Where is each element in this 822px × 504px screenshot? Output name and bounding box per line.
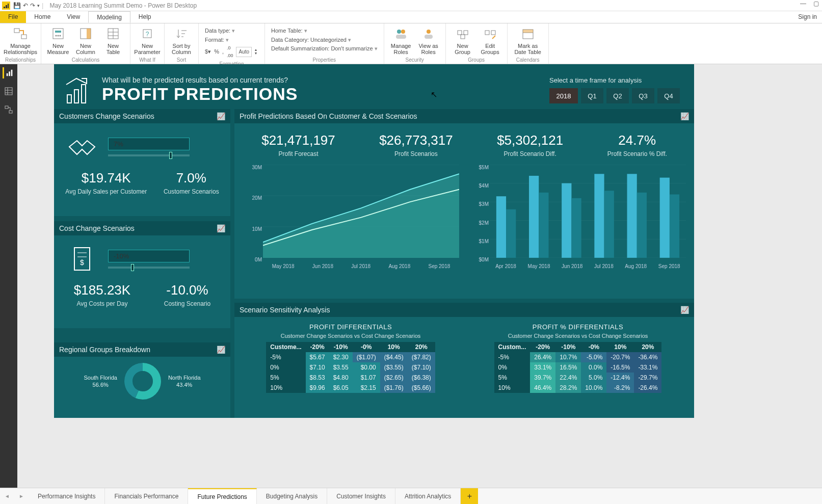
format-dropdown[interactable]: Format: — [205, 36, 258, 45]
line-chart-icon[interactable]: 📈 — [680, 306, 689, 314]
view-as-roles-button[interactable]: View as Roles — [416, 25, 441, 55]
roles-icon — [393, 25, 409, 42]
save-icon[interactable]: 💾 — [13, 2, 21, 9]
new-table-button[interactable]: New Table — [100, 25, 126, 55]
line-chart-icon[interactable]: 📈 — [217, 224, 225, 232]
sort-by-column-button[interactable]: Sort by Column — [169, 25, 194, 55]
group-label: Calendars — [512, 56, 544, 63]
percent-icon[interactable]: % — [214, 47, 219, 57]
manage-relationships-button[interactable]: Manage Relationships — [4, 25, 37, 55]
svg-rect-2 — [53, 29, 63, 39]
formatting-panel: Data type: Format: $▾ % , .0.00 Auto ▴▾ — [203, 25, 260, 60]
currency-icon[interactable]: $▾ — [205, 47, 211, 57]
svg-rect-67 — [660, 178, 670, 258]
svg-rect-32 — [9, 71, 10, 76]
svg-rect-20 — [396, 35, 406, 39]
line-chart-icon[interactable]: 📈 — [217, 346, 225, 354]
dashboard-header: What will be the predicted results based… — [61, 69, 687, 110]
page-nav-next[interactable]: ► — [14, 488, 29, 504]
stepper-icon[interactable]: ▴▾ — [255, 48, 257, 55]
kpi-value: $5,302,121 — [497, 132, 563, 148]
new-group-icon — [455, 25, 471, 42]
auto-box[interactable]: Auto — [236, 47, 252, 57]
q1-button[interactable]: Q1 — [581, 88, 603, 103]
page-tab[interactable]: Customer Insights — [327, 488, 395, 504]
new-column-button[interactable]: New Column — [73, 25, 98, 55]
group-label: What If — [135, 56, 160, 63]
svg-rect-30 — [523, 30, 533, 33]
matrix-table[interactable]: Custome...-20%-10%-0%10%20%-5%$5.67$2.30… — [266, 342, 435, 393]
q4-button[interactable]: Q4 — [657, 88, 680, 103]
kpi-label: Profit Scenario Diff. — [497, 150, 563, 157]
svg-rect-40 — [67, 95, 71, 103]
svg-rect-65 — [594, 174, 604, 258]
tab-home[interactable]: Home — [26, 11, 59, 23]
home-table-dropdown[interactable]: Home Table: — [271, 26, 378, 36]
line-chart-icon[interactable]: 📈 — [217, 112, 225, 120]
svg-rect-24 — [464, 31, 468, 35]
svg-rect-73 — [670, 195, 679, 258]
tab-modeling[interactable]: Modeling — [88, 11, 130, 23]
year-button[interactable]: 2018 — [549, 88, 578, 103]
page-tab[interactable]: Future Predictions — [188, 488, 256, 504]
summarization-dropdown[interactable]: Default Summarization: Don't summarize — [271, 44, 378, 54]
decimal-icon[interactable]: .0.00 — [227, 44, 233, 59]
new-group-button[interactable]: New Group — [450, 25, 475, 55]
minimize-icon[interactable]: — — [800, 0, 806, 7]
svg-rect-38 — [5, 106, 8, 109]
app-icon — [2, 2, 10, 10]
cost-slider[interactable] — [108, 267, 190, 269]
comma-icon[interactable]: , — [222, 47, 224, 57]
q3-button[interactable]: Q3 — [632, 88, 654, 103]
bar-chart[interactable]: $5M$4M$3M$2M$1M$0M Apr 2018May 2018Jun 2… — [469, 165, 686, 272]
page-tab[interactable]: Attrition Analytics — [395, 488, 461, 504]
add-page-button[interactable]: + — [461, 488, 478, 504]
predictions-panel: Profit Predictions Based On Customer & C… — [234, 109, 694, 299]
south-florida-label: South Florida56.6% — [84, 374, 117, 389]
panel-title: Customers Change Scenarios — [59, 112, 154, 120]
sign-in-link[interactable]: Sign in — [793, 11, 822, 23]
maximize-icon[interactable]: ▢ — [813, 0, 819, 7]
regional-panel: Regional Groups Breakdown📈 South Florida… — [54, 342, 230, 418]
svg-rect-71 — [604, 191, 614, 258]
tab-view[interactable]: View — [59, 11, 88, 23]
page-tab[interactable]: Budgeting Analysis — [257, 488, 327, 504]
mark-date-table-button[interactable]: Mark as Date Table — [512, 25, 544, 55]
donut-chart[interactable] — [122, 361, 163, 402]
qat-dropdown-icon[interactable]: ▾ — [37, 3, 40, 8]
group-label: Properties — [269, 56, 380, 63]
new-parameter-button[interactable]: ?New Parameter — [135, 25, 160, 55]
area-chart[interactable]: 30M20M10M0M May 2018Jun 2018Jul 2018Aug … — [243, 165, 459, 272]
group-label: Sort — [169, 56, 194, 63]
report-view-icon[interactable] — [3, 67, 14, 78]
svg-rect-23 — [458, 31, 462, 35]
tab-help[interactable]: Help — [130, 11, 160, 23]
customer-slider[interactable] — [108, 154, 190, 156]
svg-rect-69 — [539, 193, 548, 258]
customer-slider-value: 7% — [108, 138, 190, 150]
page-tab[interactable]: Performance Insights — [29, 488, 105, 504]
svg-rect-1 — [21, 35, 26, 39]
data-view-icon[interactable] — [3, 86, 14, 97]
edit-groups-button[interactable]: Edit Groups — [478, 25, 503, 55]
data-category-dropdown[interactable]: Data Category: Uncategorized — [271, 36, 378, 45]
q2-button[interactable]: Q2 — [606, 88, 629, 103]
svg-rect-42 — [82, 85, 86, 103]
new-measure-button[interactable]: New Measure — [45, 25, 71, 55]
line-chart-icon[interactable]: 📈 — [680, 112, 689, 120]
sensitivity-panel: Scenario Sensitivity Analysis📈 PROFIT DI… — [234, 303, 694, 418]
redo-icon[interactable]: ↷ — [30, 2, 35, 9]
undo-icon[interactable]: ↶ — [23, 2, 28, 9]
tab-file[interactable]: File — [0, 11, 26, 23]
kpi-value: $26,773,317 — [379, 132, 453, 148]
manage-roles-button[interactable]: Manage Roles — [388, 25, 414, 55]
page-tab[interactable]: Financials Performance — [105, 488, 188, 504]
matrix-table[interactable]: Custom...-20%-10%-0%10%20%-5%26.4%10.7%-… — [494, 342, 662, 393]
svg-rect-66 — [627, 174, 637, 258]
window-title: May 2018 Learning Summit Demo - Power BI… — [49, 2, 197, 9]
page-nav-prev[interactable]: ◄ — [0, 488, 14, 504]
model-view-icon[interactable] — [3, 104, 14, 115]
data-type-dropdown[interactable]: Data type: — [205, 26, 258, 36]
table-icon — [105, 25, 121, 42]
svg-text:?: ? — [146, 31, 149, 38]
